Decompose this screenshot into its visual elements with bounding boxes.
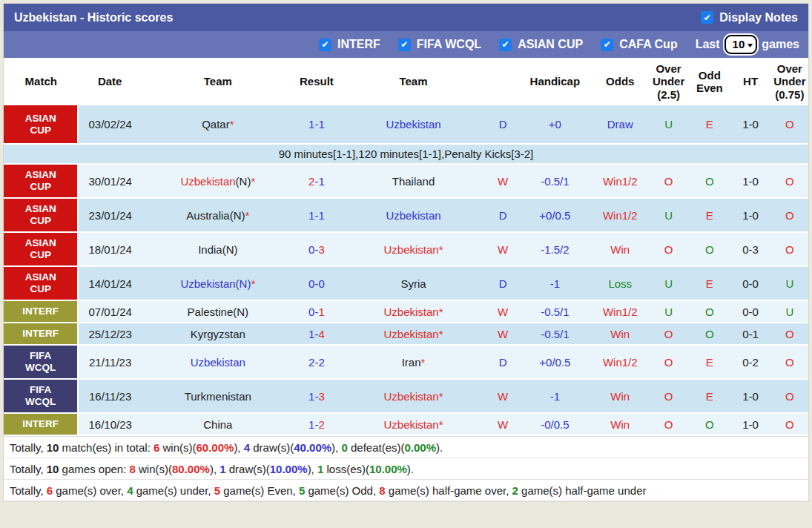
- text-segment: draw(s)(: [226, 463, 270, 475]
- text-segment: O: [664, 175, 673, 188]
- filter-checkbox[interactable]: ✔: [398, 39, 411, 51]
- text-segment: win(s)(: [136, 463, 172, 475]
- away-team-cell[interactable]: Uzbekistan*: [339, 379, 488, 413]
- filter-checkbox[interactable]: ✔: [499, 39, 512, 51]
- text-segment: *: [245, 209, 249, 222]
- away-team-cell[interactable]: Syria: [339, 266, 488, 300]
- date-cell: 07/01/24: [78, 300, 141, 323]
- over-under-25-cell: U: [648, 266, 689, 300]
- titlebar: Uzbekistan - Historic scores ✔ Display N…: [4, 4, 808, 31]
- odd-even-cell: E: [689, 266, 730, 300]
- column-header: Odds: [593, 58, 648, 105]
- text-segment: 1-: [308, 418, 318, 431]
- text-segment: U: [664, 118, 673, 131]
- text-segment: O: [785, 356, 794, 369]
- text-segment: -1.5/2: [541, 243, 569, 256]
- home-team-cell[interactable]: China: [142, 413, 294, 435]
- filter-checkbox[interactable]: ✔: [319, 39, 331, 51]
- date-cell: 14/01/24: [78, 266, 141, 300]
- home-team-cell[interactable]: Qatar*: [142, 105, 294, 144]
- away-team-cell[interactable]: Thailand: [339, 164, 488, 198]
- home-team-cell[interactable]: Kyrgyzstan: [142, 323, 294, 345]
- text-segment: Thailand: [392, 175, 435, 188]
- filter-cafa-cup[interactable]: ✔CAFA Cup: [601, 38, 678, 51]
- home-team-cell[interactable]: Turkmenistan: [142, 379, 294, 413]
- away-team-cell[interactable]: Uzbekistan*: [339, 300, 488, 323]
- display-notes-checkbox[interactable]: ✔: [701, 11, 713, 24]
- text-segment: 18/01/24: [88, 243, 131, 256]
- away-team-cell[interactable]: Uzbekistan*: [339, 232, 488, 266]
- text-segment: Loss: [608, 277, 632, 290]
- text-segment: 8: [379, 484, 385, 497]
- odd-even-cell: E: [689, 105, 730, 144]
- home-team-cell[interactable]: Uzbekistan(N)*: [142, 266, 294, 300]
- away-team-cell[interactable]: Iran*: [339, 345, 488, 379]
- filter-label: INTERF: [337, 38, 380, 51]
- competition-cell: INTERF: [4, 300, 78, 323]
- header-row: MatchDateTeamResultTeamHandicapOddsOverU…: [4, 58, 808, 105]
- last-games-select[interactable]: 10 ▾: [724, 35, 758, 54]
- away-team-cell[interactable]: Uzbekistan*: [339, 413, 488, 435]
- filter-fifa-wcql[interactable]: ✔FIFA WCQL: [398, 38, 481, 51]
- text-segment: 1-1: [308, 209, 325, 222]
- competition-badge: ASIANCUP: [4, 105, 77, 143]
- filter-interf[interactable]: ✔INTERF: [319, 38, 380, 51]
- text-segment: 0.00%: [405, 441, 437, 454]
- match-row: INTERF07/01/24Palestine(N)0-1Uzbekistan*…: [4, 300, 808, 323]
- text-segment: 1-0: [742, 418, 759, 431]
- page-title: Uzbekistan - Historic scores: [14, 11, 173, 24]
- away-team-cell[interactable]: Uzbekistan: [339, 105, 488, 144]
- competition-cell: INTERF: [4, 323, 78, 345]
- ht-cell: 0-2: [730, 345, 770, 379]
- display-notes-toggle[interactable]: ✔ Display Notes: [701, 11, 798, 24]
- text-segment: 10.00%: [270, 463, 308, 475]
- column-header: Match: [4, 58, 78, 105]
- text-segment: +0: [549, 118, 561, 131]
- filter-asian-cup[interactable]: ✔ASIAN CUP: [499, 38, 583, 51]
- ht-cell: 0-0: [730, 266, 770, 300]
- home-team-cell[interactable]: Australia(N)*: [142, 198, 294, 232]
- table-body: ASIANCUP03/02/24Qatar*1-1UzbekistanD+0Dr…: [4, 105, 808, 435]
- text-segment: 23/01/24: [88, 209, 131, 222]
- text-segment: O: [785, 418, 794, 431]
- over-under-25-cell: U: [648, 105, 689, 144]
- home-team-cell[interactable]: Palestine(N): [142, 300, 294, 323]
- away-team-cell[interactable]: Uzbekistan: [339, 198, 488, 232]
- text-segment: ),: [210, 463, 219, 475]
- text-segment: 5: [299, 484, 305, 497]
- text-segment: China: [203, 418, 232, 431]
- result-cell: 1-4: [294, 323, 339, 345]
- filter-checkbox[interactable]: ✔: [601, 39, 613, 51]
- wdl-cell: W: [488, 164, 518, 198]
- odd-even-cell: O: [689, 164, 730, 198]
- text-segment: 1: [219, 463, 225, 475]
- text-segment: U: [664, 306, 673, 318]
- over-under-075-cell: O: [771, 105, 808, 144]
- odds-cell: Win: [593, 323, 648, 345]
- odd-even-cell: O: [689, 232, 730, 266]
- text-segment: games open:: [59, 463, 129, 475]
- text-segment: Totally,: [10, 463, 47, 475]
- text-segment: Uzbekistan*: [383, 243, 443, 256]
- away-team-cell[interactable]: Uzbekistan*: [339, 323, 488, 345]
- text-segment: game(s) Even,: [220, 484, 299, 497]
- text-segment: draw(s)(: [250, 441, 294, 454]
- games-label: games: [762, 38, 799, 51]
- result-cell: 1-1: [294, 198, 339, 232]
- competition-badge: ASIANCUP: [4, 233, 77, 265]
- text-segment: Totally,: [10, 484, 47, 497]
- ht-cell: 0-0: [730, 300, 770, 323]
- home-team-cell[interactable]: India(N): [142, 232, 294, 266]
- date-cell: 03/02/24: [78, 105, 141, 144]
- text-segment: D: [499, 209, 507, 222]
- text-segment: 0-2: [742, 356, 759, 369]
- home-team-cell[interactable]: Uzbekistan: [142, 345, 294, 379]
- text-segment: 0-1: [742, 328, 759, 340]
- competition-filters: ✔INTERF✔FIFA WCQL✔ASIAN CUP✔CAFA Cup: [319, 38, 678, 51]
- competition-badge: FIFAWCQL: [4, 380, 77, 412]
- text-segment: 1: [318, 306, 324, 318]
- home-team-cell[interactable]: Uzbekistan(N)*: [142, 164, 294, 198]
- text-segment: O: [705, 175, 714, 188]
- wdl-cell: W: [488, 232, 518, 266]
- ht-cell: 1-0: [730, 379, 770, 413]
